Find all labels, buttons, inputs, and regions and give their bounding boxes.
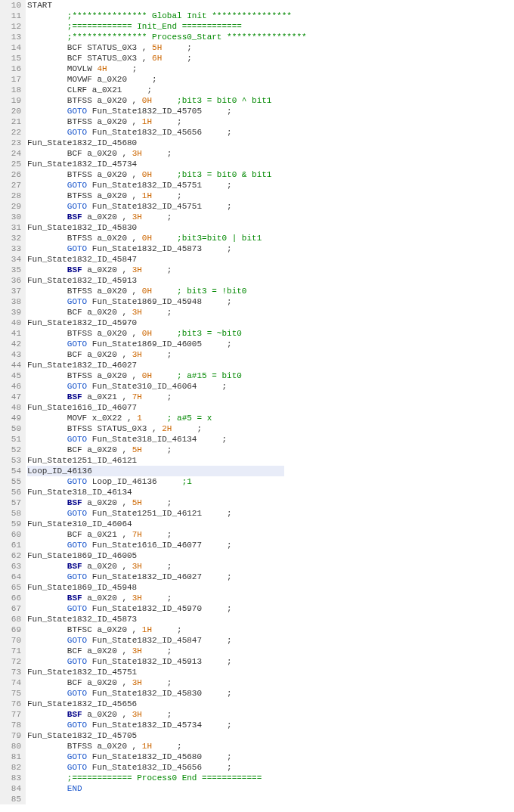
code-line[interactable]: GOTO Fun_State1616_ID_46077 ;	[27, 540, 514, 550]
code-line[interactable]: BSF a_0X20 , 3H ;	[27, 265, 514, 275]
line-number: 54	[0, 466, 21, 476]
code-line[interactable]: Fun_State1832_ID_45751	[27, 667, 514, 677]
code-line[interactable]: GOTO Fun_State1832_ID_45913 ;	[27, 656, 514, 667]
code-line[interactable]: MOVLW 4H ;	[27, 64, 514, 74]
line-number: 83	[0, 773, 21, 783]
token: 7H	[132, 392, 142, 401]
token: GOTO	[67, 339, 87, 349]
code-line[interactable]: BCF STATUS_0X3 , 5H ;	[27, 42, 514, 53]
code-line[interactable]: BCF a_0X21 , 7H ;	[27, 529, 514, 540]
code-line[interactable]: BTFSS a_0X20 , 0H ;bit3 = ~bit0	[27, 328, 514, 339]
code-area[interactable]: START ;*************** Global Init *****…	[26, 0, 514, 804]
code-line[interactable]: GOTO Fun_State1832_ID_45680 ;	[27, 752, 514, 762]
code-line[interactable]: GOTO Fun_State1869_ID_46005 ;	[27, 339, 514, 349]
token: Fun_State1832_ID_45656 ;	[87, 128, 231, 137]
code-line[interactable]: GOTO Fun_State1869_ID_45948 ;	[27, 296, 514, 307]
code-line[interactable]: Fun_State1832_ID_45873	[27, 614, 514, 624]
code-line[interactable]: BCF a_0X20 , 5H ;	[27, 445, 514, 455]
code-line[interactable]: BCF a_0X20 , 3H ;	[27, 677, 514, 688]
token: GOTO	[67, 752, 87, 761]
code-line[interactable]: ;*************** Global Init ***********…	[27, 11, 514, 21]
token: BSF	[67, 265, 82, 274]
code-line[interactable]: BSF a_0X21 , 7H ;	[27, 392, 514, 402]
code-line[interactable]: BTFSS a_0X20 , 0H ;bit3 = bit0 ^ bit1	[27, 95, 514, 106]
code-line[interactable]: Fun_State310_ID_46064	[27, 519, 514, 529]
code-line[interactable]: BSF a_0X20 , 3H ;	[27, 709, 514, 720]
code-line[interactable]: Fun_State1832_ID_45734	[27, 159, 514, 169]
code-line[interactable]: Fun_State1832_ID_45970	[27, 318, 514, 328]
code-line[interactable]: ;============ Init_End ============	[27, 21, 514, 32]
code-line[interactable]: BCF a_0X20 , 3H ;	[27, 646, 514, 656]
code-line[interactable]: GOTO Fun_State1832_ID_45751 ;	[27, 180, 514, 191]
code-line[interactable]: BTFSS a_0X20 , 0H ;bit3 = bit0 & bit1	[27, 169, 514, 180]
code-line[interactable]: Fun_State1832_ID_45705	[27, 730, 514, 741]
code-line[interactable]: BTFSS a_0X20 , 0H ; bit3 = !bit0	[27, 286, 514, 296]
code-line[interactable]: BTFSS a_0X20 , 0H ;bit3=bit0 | bit1	[27, 233, 514, 243]
code-line[interactable]: GOTO Fun_State1832_ID_45751 ;	[27, 201, 514, 212]
code-line[interactable]: GOTO Fun_State1832_ID_45873 ;	[27, 243, 514, 254]
code-line[interactable]: GOTO Fun_State1832_ID_45970 ;	[27, 603, 514, 614]
token: MOVWF a_0X20 ;	[27, 75, 157, 84]
code-line[interactable]: ;*************** Process0_Start ********…	[27, 32, 514, 42]
code-line[interactable]: GOTO Fun_State1832_ID_45830 ;	[27, 688, 514, 699]
code-line[interactable]: GOTO Loop_ID_46136 ;1	[27, 476, 514, 487]
code-line[interactable]: MOVF x_0X22 , 1 ; a#5 = x	[27, 413, 514, 423]
code-line[interactable]: Fun_State1869_ID_45948	[27, 582, 514, 593]
line-number-gutter: 1011121314151617181920212223242526272829…	[0, 0, 26, 804]
code-line[interactable]: GOTO Fun_State1832_ID_45705 ;	[27, 106, 514, 116]
code-line[interactable]: Loop_ID_46136	[27, 466, 284, 476]
code-line[interactable]: Fun_State1832_ID_45913	[27, 275, 514, 286]
token: Fun_State1832_ID_45734 ;	[87, 721, 231, 730]
code-line[interactable]: GOTO Fun_State1251_ID_46121 ;	[27, 508, 514, 519]
token: BCF a_0X20 ,	[27, 678, 132, 687]
token: ;	[142, 498, 172, 507]
code-line[interactable]: GOTO Fun_State318_ID_46134 ;	[27, 434, 514, 445]
code-line[interactable]: GOTO Fun_State1832_ID_46027 ;	[27, 572, 514, 582]
code-line[interactable]: Fun_State1251_ID_46121	[27, 455, 514, 466]
code-line[interactable]: Fun_State1832_ID_46027	[27, 360, 514, 370]
code-line[interactable]: Fun_State1832_ID_45830	[27, 222, 514, 233]
token: BTFSS a_0X20 ,	[27, 329, 142, 338]
code-line[interactable]	[27, 794, 514, 804]
code-line[interactable]: GOTO Fun_State1832_ID_45656 ;	[27, 762, 514, 773]
code-line[interactable]: Fun_State318_ID_46134	[27, 487, 514, 497]
token: 0H	[142, 234, 152, 243]
code-line[interactable]: GOTO Fun_State1832_ID_45847 ;	[27, 635, 514, 646]
code-line[interactable]: MOVWF a_0X20 ;	[27, 74, 514, 85]
token: ;bit3=bit0 | bit1	[177, 234, 262, 243]
code-line[interactable]: BCF a_0X20 , 3H ;	[27, 148, 514, 159]
code-line[interactable]: BSF a_0X20 , 3H ;	[27, 212, 514, 222]
token: GOTO	[67, 721, 87, 730]
token: BSF	[67, 498, 82, 507]
code-line[interactable]: GOTO Fun_State1832_ID_45656 ;	[27, 127, 514, 138]
code-line[interactable]: BCF a_0X20 , 3H ;	[27, 349, 514, 360]
code-line[interactable]: Fun_State1616_ID_46077	[27, 402, 514, 413]
line-number: 59	[0, 519, 21, 529]
token: BCF STATUS_0X3 ,	[27, 43, 152, 52]
code-line[interactable]: BTFSS STATUS_0X3 , 2H ;	[27, 423, 514, 434]
code-line[interactable]: ;============ Process0 End ============	[27, 773, 514, 783]
code-line[interactable]: BSF a_0X20 , 3H ;	[27, 561, 514, 572]
token: ; bit3 = !bit0	[177, 287, 246, 296]
code-line[interactable]: GOTO Fun_State310_ID_46064 ;	[27, 381, 514, 392]
code-line[interactable]: Fun_State1832_ID_45656	[27, 699, 514, 709]
token: ;============ Init_End ============	[67, 22, 242, 31]
code-line[interactable]: Fun_State1832_ID_45847	[27, 254, 514, 265]
code-line[interactable]: BTFSS a_0X20 , 1H ;	[27, 741, 514, 752]
code-line[interactable]: START	[27, 0, 514, 11]
code-line[interactable]: BCF a_0X20 , 3H ;	[27, 307, 514, 318]
code-line[interactable]: BTFSC a_0X20 , 1H ;	[27, 624, 514, 635]
code-line[interactable]: BTFSS a_0X20 , 0H ; a#15 = bit0	[27, 370, 514, 381]
code-line[interactable]: END	[27, 783, 514, 794]
code-line[interactable]: Fun_State1832_ID_45680	[27, 138, 514, 148]
code-line[interactable]: GOTO Fun_State1832_ID_45734 ;	[27, 720, 514, 730]
code-line[interactable]: BSF a_0X20 , 3H ;	[27, 593, 514, 603]
code-line[interactable]: CLRF a_0X21 ;	[27, 85, 514, 95]
code-line[interactable]: Fun_State1869_ID_46005	[27, 550, 514, 561]
code-line[interactable]: BSF a_0X20 , 5H ;	[27, 497, 514, 508]
code-line[interactable]: BTFSS a_0X20 , 1H ;	[27, 116, 514, 127]
token: ;============ Process0 End ============	[67, 773, 262, 783]
token: ;	[142, 308, 172, 317]
code-line[interactable]: BTFSS a_0X20 , 1H ;	[27, 191, 514, 201]
code-line[interactable]: BCF STATUS_0X3 , 6H ;	[27, 53, 514, 64]
